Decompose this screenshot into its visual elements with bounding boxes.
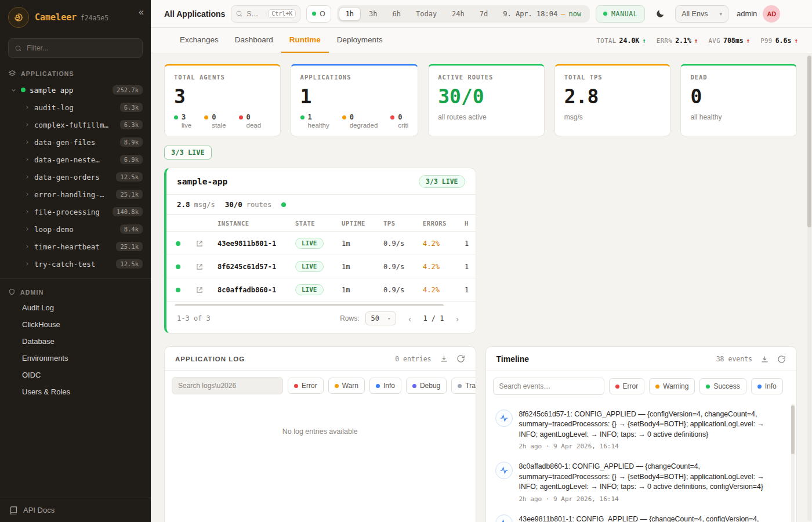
tree-item-timer-heartbeat[interactable]: timer-heartbeat 25.1k (0, 238, 151, 255)
tree-item-file-processing[interactable]: file-processing 140.8k (0, 203, 151, 220)
chevron-right-icon (24, 209, 30, 215)
table-row[interactable]: 8f6245c61d57-1 LIVE 1m 0.9/s 4.2% 1 (166, 255, 476, 278)
admin-item-oidc[interactable]: OIDC (0, 367, 151, 383)
filter-chip-debug[interactable]: Debug (406, 378, 447, 394)
timeline-search-input[interactable] (499, 382, 598, 390)
error-dot (615, 385, 619, 389)
range-button-7d[interactable]: 7d (473, 7, 495, 21)
range-button-6h[interactable]: 6h (386, 7, 408, 21)
next-page-button[interactable]: › (450, 311, 465, 326)
tree-item-error-handling[interactable]: error-handling-… 25.1k (0, 186, 151, 203)
state-badge: LIVE (295, 261, 324, 272)
metric-value: 2.1% (675, 37, 691, 45)
admin-item-clickhouse[interactable]: ClickHouse (0, 316, 151, 333)
admin-section: ADMIN Audit Log ClickHouse Database Envi… (0, 278, 151, 400)
tree-item-complex-fulfillment[interactable]: complex-fulfillm… 6.3k (0, 116, 151, 133)
tps-value: 2.8 (177, 200, 190, 209)
status-dot (176, 241, 180, 246)
sidebar-filter[interactable] (8, 38, 143, 58)
log-search-input[interactable] (178, 382, 277, 390)
external-link-icon[interactable] (195, 286, 217, 294)
timeline-event[interactable]: 8f6245c61d57-1: CONFIG_APPLIED — {config… (493, 404, 788, 456)
date-range-from: 9. Apr. 18:04 (503, 10, 557, 18)
tree-item-data-gen-files[interactable]: data-gen-files 8.9k (0, 133, 151, 151)
status-dot (390, 115, 394, 119)
tabbar: Exchanges Dashboard Runtime Deployments … (151, 28, 812, 53)
filter-chip-info[interactable]: Info (751, 378, 783, 394)
filter-chip-info[interactable]: Info (369, 378, 401, 394)
tab-deployments[interactable]: Deployments (329, 28, 391, 53)
external-link-icon[interactable] (195, 263, 217, 271)
tab-dashboard[interactable]: Dashboard (227, 28, 281, 53)
filter-chip-error[interactable]: Error (288, 378, 324, 394)
tab-exchanges[interactable]: Exchanges (172, 28, 227, 53)
admin-item-database[interactable]: Database (0, 333, 151, 350)
log-search[interactable] (172, 377, 283, 394)
timeline-scrollbar[interactable] (791, 404, 795, 522)
search-placeholder-text: S… (246, 10, 258, 18)
filter-chip-success[interactable]: Success (699, 378, 746, 394)
chip-label: Warning (663, 382, 688, 390)
online-status-pill[interactable]: O (306, 5, 331, 23)
tree-item-label: data-gen-files (34, 138, 95, 147)
tree-item-label: audit-log (34, 103, 74, 112)
filter-chip-trace[interactable]: Trace (451, 378, 476, 394)
range-button-24h[interactable]: 24h (445, 7, 472, 21)
admin-item-environments[interactable]: Environments (0, 350, 151, 367)
refresh-icon[interactable] (777, 355, 786, 364)
global-search[interactable]: S… Ctrl+K (231, 5, 300, 23)
window-scrollbar[interactable] (807, 55, 811, 521)
sidebar-item-sample-app[interactable]: sample app 252.7k (0, 81, 151, 99)
success-dot (706, 385, 710, 389)
admin-item-users-roles[interactable]: Users & Roles (0, 383, 151, 400)
tree-item-loop-demo[interactable]: loop-demo 8.4k (0, 220, 151, 238)
tree-item-audit-log[interactable]: audit-log 6.3k (0, 99, 151, 116)
range-button-3h[interactable]: 3h (362, 7, 384, 21)
metric-label: TOTAL (597, 37, 617, 44)
filter-chip-error[interactable]: Error (609, 378, 645, 394)
sidebar-collapse-button[interactable]: « (139, 7, 144, 17)
card-subtext: msg/s (564, 113, 661, 121)
rows-per-page-select[interactable]: 50 ▾ (365, 311, 397, 325)
download-icon[interactable] (440, 354, 448, 363)
download-icon[interactable] (760, 355, 769, 364)
timeline-search[interactable] (493, 378, 604, 395)
admin-section-header: ADMIN (0, 284, 151, 299)
card-stat-critical: 0 criti (390, 113, 408, 129)
table-row[interactable]: 43ee9811b801-1 LIVE 1m 0.9/s 4.2% 1 (166, 232, 476, 255)
card-stat-live: 3 live (174, 113, 191, 129)
brand: Cameleer f24a5e5 (35, 12, 108, 23)
pagination-range: 1-3 of 3 (177, 314, 211, 322)
stat-label: live (182, 122, 191, 129)
range-button-1h[interactable]: 1h (339, 7, 361, 21)
filter-input[interactable] (27, 44, 136, 52)
refresh-icon[interactable] (456, 354, 465, 363)
range-button-today[interactable]: Today (409, 7, 444, 21)
card-label: TOTAL TPS (564, 74, 661, 81)
timeline-event[interactable]: 43ee9811b801-1: CONFIG_APPLIED — {change… (493, 509, 788, 522)
external-link-icon[interactable] (195, 240, 217, 248)
tree-item-try-catch-test[interactable]: try-catch-test 12.5k (0, 255, 151, 273)
environment-select[interactable]: All Envs ▾ (675, 5, 728, 23)
filter-chip-warn[interactable]: Warn (328, 378, 365, 394)
card-value: 2.8 (564, 85, 661, 108)
table-row[interactable]: 8c0affadb860-1 LIVE 1m 0.9/s 4.2% 1 (166, 278, 476, 302)
date-range-display[interactable]: 9. Apr. 18:04 — now (496, 10, 588, 18)
avatar[interactable]: AD (763, 5, 780, 23)
prev-page-button[interactable]: ‹ (402, 311, 417, 326)
admin-item-audit-log[interactable]: Audit Log (0, 299, 151, 316)
timeline-event[interactable]: 8c0affadb860-1: CONFIG_APPLIED — {change… (493, 456, 788, 508)
tree-item-data-gen-orders[interactable]: data-gen-orders 12.5k (0, 168, 151, 186)
filter-chip-warning[interactable]: Warning (649, 378, 695, 394)
app-panel-title: sample-app (177, 177, 227, 186)
dark-mode-toggle[interactable] (651, 5, 669, 23)
search-icon (14, 45, 22, 52)
app-tree-count: 252.7k (113, 85, 143, 95)
tab-runtime[interactable]: Runtime (281, 28, 329, 53)
shield-icon (8, 288, 16, 296)
api-docs-link[interactable]: API Docs (0, 498, 151, 522)
manual-mode-button[interactable]: MANUAL (596, 5, 645, 23)
card-label: ACTIVE ROUTES (438, 74, 535, 81)
time-range-group: 1h 3h 6h Today 24h 7d 9. Apr. 18:04 — no… (337, 5, 590, 23)
tree-item-data-gen-nested[interactable]: data-gen-neste… 6.9k (0, 151, 151, 168)
